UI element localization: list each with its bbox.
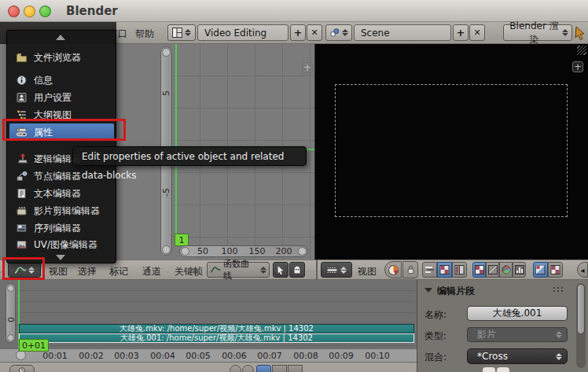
graph-current-frame-badge[interactable]: 1 — [175, 234, 189, 246]
delete-layout-button[interactable]: ✕ — [307, 24, 322, 41]
scrollbar-knob[interactable] — [7, 334, 14, 341]
overlay-checker-button[interactable] — [548, 262, 563, 278]
cursor-tool-button[interactable] — [273, 262, 288, 278]
movie-strip[interactable]: 大雄兔.mkv: /home/super/视频/大雄兔.mkv | 14302 — [19, 324, 414, 333]
node-editor-icon — [16, 171, 28, 182]
timeline-header-cutoff — [0, 363, 417, 372]
graph-region-add-icon[interactable]: + — [302, 62, 313, 73]
lock-button[interactable] — [402, 261, 418, 278]
display-image-preview-button[interactable] — [437, 262, 452, 278]
corner-resize-grip[interactable] — [307, 270, 315, 278]
checker-image-icon — [439, 265, 450, 274]
menu-item-file-browser[interactable]: 文件浏览器 — [9, 49, 114, 66]
mouse-cursor — [575, 26, 586, 40]
blend-mode-dropdown[interactable]: *Cross — [467, 348, 568, 364]
graph-current-frame-line[interactable] — [175, 44, 177, 246]
file-browser-icon — [16, 52, 28, 63]
menu-scroll-down-icon[interactable] — [56, 255, 65, 260]
scene-name-field[interactable]: Scene — [354, 24, 451, 41]
ruler-tick: 00:06 — [219, 351, 250, 361]
sequencer-editor-type-button[interactable] — [321, 262, 352, 278]
chevron-updown-icon — [561, 28, 568, 37]
image-editor-icon — [16, 239, 28, 250]
checker-image-icon — [475, 265, 484, 274]
menu-scroll-up-icon[interactable] — [56, 35, 65, 40]
channel-color-button[interactable] — [472, 262, 486, 278]
chroma-circle-icon — [502, 265, 511, 274]
graph-view-menu[interactable]: 视图 — [49, 265, 68, 278]
ruler-tick: 00:01 — [39, 351, 71, 361]
scene-selector[interactable] — [325, 24, 352, 41]
menu-item-user-preferences[interactable]: 用户设置 — [9, 89, 114, 106]
props-scrollbar-knob[interactable] — [577, 284, 585, 334]
ruler-tick: 00:03 — [111, 351, 142, 361]
plus-icon: + — [457, 28, 465, 38]
menu-item-image-editor[interactable]: UV/图像编辑器 — [9, 236, 114, 253]
strip-name-field[interactable]: 大雄兔.001 — [467, 306, 568, 321]
play-button[interactable] — [256, 365, 271, 372]
overlay-type-button[interactable] — [533, 262, 548, 278]
menu-item-text-editor[interactable]: 文本编辑器 — [9, 185, 114, 202]
jump-start-button[interactable] — [230, 365, 241, 372]
movie-strip-selected[interactable]: 大雄兔.001: /home/super/视频/大雄兔.mkv | 14302 — [19, 333, 414, 343]
panel-collapse-icon[interactable] — [424, 288, 432, 293]
close-window-button[interactable] — [8, 6, 20, 17]
panel-drag-dots[interactable] — [553, 286, 565, 293]
scene-icon — [329, 28, 340, 38]
ruler-tick: 00:07 — [254, 351, 285, 361]
lock-icon — [406, 264, 416, 275]
add-scene-button[interactable]: + — [453, 24, 469, 41]
add-layout-button[interactable]: + — [290, 24, 306, 41]
channel-luma-button[interactable] — [486, 262, 499, 278]
scrollbar-knob[interactable] — [162, 48, 171, 57]
jump-end-button[interactable] — [242, 365, 254, 372]
graph-y-tick: 5 — [161, 85, 171, 102]
graph-key-menu[interactable]: 关键帧 — [175, 265, 203, 278]
plus-icon: + — [294, 28, 303, 38]
screen-layout-selector[interactable] — [167, 24, 196, 41]
frame-step-button[interactable] — [272, 365, 287, 372]
cutoff-button — [483, 367, 495, 372]
timeline-editor-type-button[interactable] — [9, 365, 35, 372]
ghost-curves-button[interactable] — [289, 262, 305, 278]
display-sequence-button[interactable] — [422, 262, 437, 278]
layout-name-field[interactable]: Video Editing — [197, 24, 288, 41]
graph-marker-menu[interactable]: 标记 — [109, 265, 128, 278]
ruler-tick: 00:02 — [75, 351, 107, 361]
cutoff-button — [497, 367, 509, 372]
sequencer-icon — [326, 265, 338, 275]
frame-step-button[interactable] — [288, 365, 303, 372]
maximize-window-button[interactable] — [39, 6, 51, 17]
header-scroll-left-button[interactable]: ◂ — [577, 262, 588, 278]
menu-item-sequence-editor[interactable]: 序列编辑器 — [9, 219, 114, 237]
fcurve-icon — [210, 265, 221, 274]
graph-channel-menu[interactable]: 通道 — [142, 265, 161, 278]
corner-resize-grip[interactable] — [577, 46, 586, 55]
graph-select-menu[interactable]: 选择 — [78, 265, 97, 278]
render-engine-dropdown[interactable]: Blender 渲染 — [503, 24, 572, 41]
preview-region-add-icon[interactable]: + — [572, 61, 583, 72]
histogram-icon — [515, 265, 524, 274]
cursor-arrow-icon — [276, 265, 285, 275]
display-split-button[interactable] — [452, 262, 467, 278]
left-arrow-icon: ◂ — [580, 266, 584, 274]
sequencer-current-frame-badge[interactable]: 0+01 — [19, 339, 49, 352]
clock-icon — [17, 366, 27, 372]
scrollbar-knob[interactable] — [162, 245, 171, 254]
delete-scene-button[interactable]: ✕ — [469, 24, 485, 41]
minimize-window-button[interactable] — [24, 6, 35, 17]
menu-item-info[interactable]: 信息 — [9, 72, 114, 89]
scrollbar-knob[interactable] — [7, 285, 14, 292]
area-divider[interactable] — [316, 260, 318, 280]
help-menu[interactable]: 帮助 — [135, 28, 154, 41]
graph-mode-dropdown[interactable]: 函数曲线 — [207, 262, 270, 278]
chevron-updown-icon — [555, 352, 562, 361]
channel-chroma-button[interactable] — [499, 262, 513, 278]
menu-item-clip-editor[interactable]: 影片剪辑编辑器 — [9, 202, 114, 219]
panel-title[interactable]: 编辑片段 — [437, 285, 475, 298]
channel-histogram-button[interactable] — [513, 262, 526, 278]
playback-time-button[interactable] — [384, 261, 402, 278]
sequencer-view-menu[interactable]: 视图 — [358, 265, 377, 278]
waveform-icon — [488, 265, 498, 274]
ruler-tick: 00:10 — [362, 351, 393, 361]
